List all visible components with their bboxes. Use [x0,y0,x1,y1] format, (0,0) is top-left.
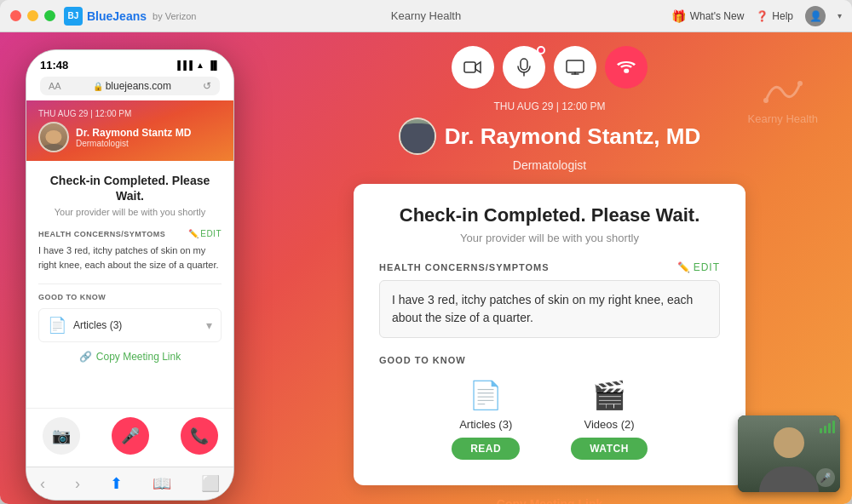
pencil-icon: ✏️ [677,261,691,273]
close-button[interactable] [10,10,21,21]
phone-url: 🔒 bluejeans.com [93,80,171,92]
phone-doctor-name: Dr. Raymond Stantz MD [76,127,222,139]
svg-rect-5 [567,60,584,72]
lock-icon: 🔒 [93,82,103,91]
phone-doctor-avatar [38,122,69,152]
doctor-datetime: THU AUG 29 | 12:00 PM [399,100,700,112]
screen-icon [566,60,584,75]
doctor-section: THU AUG 29 | 12:00 PM Dr. Raymond Stantz… [399,100,700,172]
thumb-head [774,427,804,458]
doctor-avatar [399,117,436,155]
mic-icon: 🎤 [121,427,140,445]
by-verizon-label: by Verizon [153,11,196,21]
read-button[interactable]: READ [452,438,520,460]
minimize-button[interactable] [27,10,38,21]
videos-label: Videos (2) [584,418,635,431]
thumb-mic-icon: 🎤 [816,468,835,487]
back-button[interactable]: ‹ [40,475,45,493]
card-symptoms-box: I have 3 red, itchy patches of skin on m… [379,280,720,338]
bookmarks-button[interactable]: 📖 [153,474,171,493]
card-resources-row: 📄 Articles (3) READ 🎬 Videos (2) WATCH [379,379,720,460]
info-card: Check-in Completed. Please Wait. Your pr… [354,184,746,485]
card-checkin-title: Check-in Completed. Please Wait. [379,204,720,226]
phone-checkin-title: Check-in Completed. Please Wait. [38,173,222,203]
phone-copy-link[interactable]: 🔗 Copy Meeting Link [38,351,222,363]
phone-call-controls: 📷 🎤 📞 [26,408,233,467]
mic-ctrl-icon [517,58,531,77]
title-right-actions: 🎁 What's New ❓ Help 👤 ▾ [671,6,842,26]
phone-articles-text: Articles (3) [73,319,122,331]
thumb-body [759,467,819,492]
help-button[interactable]: ❓ Help [756,10,793,22]
phone-articles-row: 📄 Articles (3) ▾ [38,308,222,342]
signal-bars [820,421,835,433]
phone-notch: 11:48 ▐▐▐ ▲ ▐▌ AA 🔒 bluejeans.com ↺ [26,50,233,100]
phone-doctor-info: Dr. Raymond Stantz MD Dermatologist [76,127,222,148]
whats-new-label: What's New [690,10,745,22]
help-label: Help [772,10,793,22]
phone-edit-link[interactable]: ✏️ Edit [188,229,222,238]
camera-icon: 📷 [52,427,71,445]
phone-date-label: THU AUG 29 | 12:00 PM [38,109,222,118]
phone-aa-label: AA [49,81,61,91]
end-call-button[interactable] [605,46,648,89]
phone-camera-button[interactable]: 📷 [43,417,80,455]
card-videos-resource: 🎬 Videos (2) WATCH [571,379,648,460]
card-articles-resource: 📄 Articles (3) READ [452,379,520,460]
phone-checkin-sub: Your provider will be with you shortly [38,207,222,217]
articles-resource-icon: 📄 [469,379,503,411]
copy-meeting-link[interactable]: Copy Meeting Link [497,497,602,504]
phone-end-call-button[interactable]: 📞 [181,417,218,455]
card-health-label: HEALTH CONCERNS/SYMPTOMS ✏️ Edit [379,261,720,273]
tabs-button[interactable]: ⬜ [201,474,220,493]
chevron-down-icon: ▾ [838,11,842,20]
fullscreen-button[interactable] [44,10,55,21]
forward-button[interactable]: › [75,475,80,493]
screen-share-button[interactable] [554,46,596,89]
whats-new-button[interactable]: 🎁 What's New [671,9,745,23]
phone-doctor-specialty: Dermatologist [76,139,222,148]
phone-gradient-header: THU AUG 29 | 12:00 PM Dr. Raymond Stantz… [26,100,233,161]
traffic-lights [10,10,55,21]
articles-icon: 📄 [48,316,66,335]
videos-resource-icon: 🎬 [592,379,626,411]
end-call-icon [617,61,636,73]
doctor-name: Dr. Raymond Stantz, MD [445,123,700,150]
url-text: bluejeans.com [106,80,171,92]
window-title: Kearny Health [391,9,461,22]
phone-status-bar: 11:48 ▐▐▐ ▲ ▐▌ [40,59,220,72]
chevron-icon: ▾ [206,318,212,332]
share-button[interactable]: ⬆ [110,474,123,493]
camera-control-button[interactable] [452,46,494,89]
phone-address-bar[interactable]: AA 🔒 bluejeans.com ↺ [40,77,220,95]
phone-mockup: 11:48 ▐▐▐ ▲ ▐▌ AA 🔒 bluejeans.com ↺ [26,49,234,501]
phone-mic-button[interactable]: 🎤 [112,417,149,455]
svg-rect-8 [624,68,629,73]
doctor-specialty: Dermatologist [399,158,700,172]
bluejeans-icon: BJ [64,7,83,26]
phone-doctor-row: Dr. Raymond Stantz MD Dermatologist [38,122,222,152]
battery-icon: ▐▌ [208,60,220,70]
gift-icon: 🎁 [671,9,686,23]
phone-status-icons: ▐▐▐ ▲ ▐▌ [175,60,220,70]
phone-divider [38,284,222,284]
camera-ctrl-icon [463,60,482,75]
user-avatar-button[interactable]: 👤 [805,6,826,26]
phone-good-to-know: GOOD TO KNOW [38,293,222,301]
question-icon: ❓ [756,10,769,22]
video-thumbnail: 🎤 [738,415,840,492]
wifi-icon: ▲ [196,60,204,70]
doctor-name-row: Dr. Raymond Stantz, MD [399,117,700,155]
mic-control-button[interactable] [503,46,545,89]
signal-icon: ▐▐▐ [175,60,193,70]
video-controls [452,46,648,89]
refresh-icon[interactable]: ↺ [203,80,211,92]
bluejeans-name: BlueJeans [87,9,147,23]
card-edit-link[interactable]: ✏️ Edit [677,261,720,273]
articles-label: Articles (3) [459,418,512,431]
pencil-icon: ✏️ [188,229,199,238]
title-bar: BJ BlueJeans by Verizon Kearny Health 🎁 … [0,0,852,32]
phone-safari-bar: ‹ › ⬆ 📖 ⬜ [26,467,233,500]
svg-rect-2 [464,62,475,72]
watch-button[interactable]: WATCH [571,438,648,460]
